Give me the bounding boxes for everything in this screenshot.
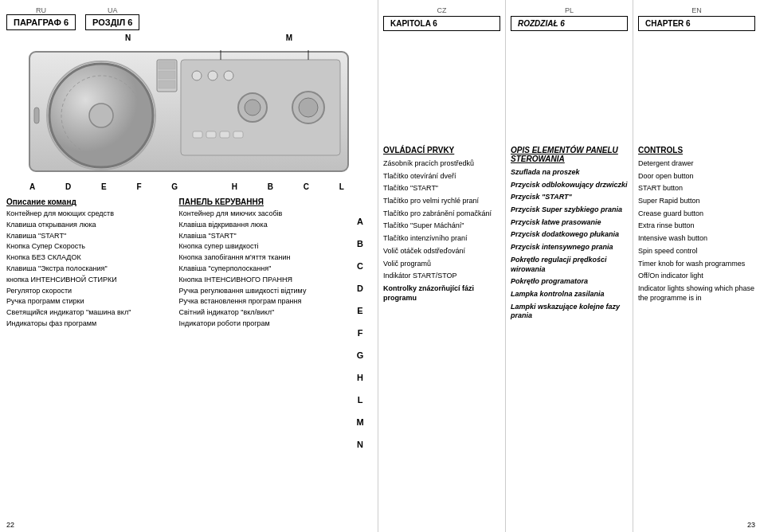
letter-L: L: [349, 389, 371, 411]
cz-item-2: Tlačítko otevírání dveří: [383, 172, 500, 182]
svg-point-12: [299, 98, 318, 117]
svg-rect-22: [159, 80, 175, 88]
pl-section-title: OPIS ELEMENTÓW PANELU STEROWANIA: [511, 146, 628, 163]
label-D: D: [65, 182, 71, 191]
ua-item-2: Клавіша відкривання люка: [179, 221, 349, 229]
ru-desc-col: Описание команд Контейнер для моющих сре…: [6, 198, 176, 526]
ua-item-1: Контейнер для миючих засобів: [179, 209, 349, 218]
en-item-4: Super Rapid button: [638, 197, 755, 206]
cz-item-1: Zásobník pracích prostředků: [383, 159, 500, 169]
machine-svg: [22, 44, 356, 179]
bottom-label-row: A D E F G H B C L: [22, 182, 356, 191]
cz-item-3: Tlačítko "START": [383, 184, 500, 194]
pl-item-3: Przycisk "START": [511, 193, 628, 202]
en-section-title: CONTROLS: [638, 146, 755, 155]
ru-item-2: Клавиша открывания люка: [6, 221, 170, 229]
en-item-6: Extra rinse button: [638, 221, 755, 231]
chapter-box-ru: ПАРАГРАФ 6: [6, 14, 76, 30]
letter-H: H: [349, 366, 371, 389]
cz-item-8: Volič otáček odstřeďování: [383, 247, 500, 256]
ru-item-10: Светящийся индикатор "машина вкл": [6, 308, 170, 317]
en-item-7: Intensive wash button: [638, 234, 755, 244]
svg-point-6: [192, 71, 202, 80]
ua-col-wrap: ПАНЕЛЬ КЕРУВАННЯ Контейнер для миючих за…: [176, 198, 371, 526]
ru-item-9: Ручка программ стирки: [6, 297, 170, 306]
letter-N: N: [349, 433, 371, 456]
letter-G: G: [349, 344, 371, 366]
svg-rect-16: [233, 131, 243, 138]
label-N: N: [125, 33, 131, 42]
label-B: B: [268, 182, 273, 191]
svg-rect-23: [34, 108, 39, 123]
ru-section-title: Описание команд: [6, 198, 170, 206]
cz-item-5: Tlačítko pro zabránění pomačkání: [383, 209, 500, 219]
en-item-10: Off/On indicator light: [638, 272, 755, 281]
cz-item-4: Tlačítko pro velmi rychlé praní: [383, 197, 500, 206]
pl-item-5: Przycisk łatwe prasowanie: [511, 218, 628, 228]
ua-item-11: Індикатори роботи програм: [179, 319, 349, 328]
ua-item-5: Кнопка запобігання м'яття тканин: [179, 253, 349, 262]
pl-item-7: Przycisk intensywnego prania: [511, 243, 628, 252]
pl-item-11: Lampki wskazujące kolejne fazy prania: [511, 303, 628, 321]
machine-diagram: N M: [22, 33, 356, 191]
right-panel: CZ KAPITOLA 6 OVLÁDACÍ PRVKY Zásobník pr…: [378, 0, 760, 532]
label-C: C: [304, 182, 309, 191]
label-H: H: [232, 182, 237, 191]
ru-item-7: кнопка ИНТЕНСИВНОЙ СТИРКИ: [6, 276, 170, 284]
label-E: E: [101, 182, 107, 191]
pl-flag: PL: [511, 6, 628, 14]
ua-item-6: Клавіша "суперполоскання": [179, 264, 349, 273]
letter-B: B: [349, 233, 371, 255]
en-item-1: Detergent drawer: [638, 159, 755, 169]
ru-item-4: Кнопка Супер Скорость: [6, 242, 170, 251]
ua-item-8: Ручка регулювання швидкості відтиму: [179, 287, 349, 295]
cz-section-title: OVLÁDACÍ PRVKY: [383, 146, 500, 155]
svg-rect-15: [220, 131, 229, 138]
pl-item-8: Pokrętło regulacji prędkości wirowania: [511, 256, 628, 274]
description-area: Описание команд Контейнер для моющих сре…: [6, 198, 371, 526]
pl-item-9: Pokrętło programatora: [511, 277, 628, 287]
svg-point-8: [224, 71, 233, 80]
ua-item-9: Ручка встановлення програм прання: [179, 297, 349, 306]
en-item-3: START button: [638, 184, 755, 194]
letters-col: A B C D E F G H L M N: [349, 198, 371, 526]
cz-item-6: Tlačítko "Super Máchání": [383, 221, 500, 231]
ru-item-3: Клавиша "START": [6, 232, 170, 241]
cz-column: CZ KAPITOLA 6 OVLÁDACÍ PRVKY Zásobník pr…: [378, 0, 505, 532]
cz-chapter: KAPITOLA 6: [383, 16, 500, 31]
ua-item-4: Кнопка супер швидкості: [179, 242, 349, 251]
pl-item-2: Przycisk odblokowujący drzwiczki: [511, 181, 628, 190]
lang-flag-ua: UA: [85, 6, 139, 14]
label-A: A: [29, 182, 35, 191]
svg-point-7: [208, 71, 217, 80]
en-item-8: Spin speed control: [638, 247, 755, 256]
ru-item-11: Индикаторы фаз программ: [6, 319, 170, 328]
pl-item-4: Przycisk Super szybkiego prania: [511, 205, 628, 215]
letter-M: M: [349, 411, 371, 433]
svg-point-3: [89, 104, 113, 127]
svg-rect-14: [206, 131, 216, 138]
pl-item-1: Szuflada na proszek: [511, 168, 628, 178]
label-L: L: [339, 182, 344, 191]
svg-rect-13: [193, 131, 202, 138]
svg-point-10: [245, 100, 261, 115]
chapter-box-ua: РОЗДІЛ 6: [85, 14, 139, 30]
en-flag: EN: [638, 6, 755, 14]
cz-item-7: Tlačítko intenzívního praní: [383, 234, 500, 244]
pl-column: PL ROZDZIAŁ 6 OPIS ELEMENTÓW PANELU STER…: [505, 0, 633, 532]
ru-item-6: Клавиша "Экстра полоскания": [6, 264, 170, 273]
pl-chapter: ROZDZIAŁ 6: [511, 16, 628, 31]
letter-C: C: [349, 255, 371, 277]
page-number-left: 22: [6, 521, 14, 529]
svg-rect-20: [159, 61, 175, 69]
en-item-9: Timer knob for wash programmes: [638, 260, 755, 269]
page-number-right: 23: [747, 521, 755, 529]
label-F: F: [136, 182, 141, 191]
pl-item-10: Lampka kontrolna zasilania: [511, 290, 628, 299]
letter-D: D: [349, 277, 371, 299]
ru-item-5: Кнопка БЕЗ СКЛАДОК: [6, 253, 170, 262]
en-column: EN CHAPTER 6 CONTROLS Detergent drawer D…: [633, 0, 760, 532]
ua-item-3: Клавіша "START": [179, 232, 349, 241]
ua-item-7: Кнопка ІНТЕНСИВНОГО ПРАННЯ: [179, 276, 349, 284]
en-chapter: CHAPTER 6: [638, 16, 755, 31]
